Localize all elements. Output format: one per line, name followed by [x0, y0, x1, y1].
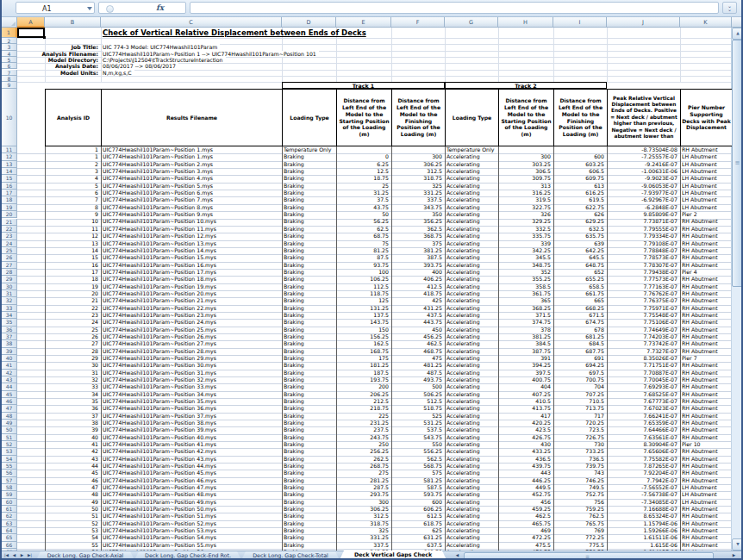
- cell-loading-type-1[interactable]: Braking: [284, 426, 334, 433]
- cell-t2-finish[interactable]: 723.5: [555, 426, 604, 433]
- cell-results-filename[interactable]: UIC774Hwashil101Param~Position 31.mys: [103, 370, 279, 376]
- column-header-C[interactable]: C: [101, 17, 282, 28]
- table-row[interactable]: 48UIC774Hwashil101Param~Position 48.mysB…: [17, 491, 732, 498]
- cell-results-filename[interactable]: UIC774Hwashil101Param~Position 25.mys: [103, 327, 279, 333]
- cell-t1-finish[interactable]: 325: [393, 183, 442, 190]
- cell-t2-finish[interactable]: 694.25: [555, 362, 604, 369]
- cell-results-filename[interactable]: UIC774Hwashil101Param~Position 2.mys: [103, 161, 279, 168]
- row-header-11[interactable]: 11: [2, 146, 17, 153]
- cell-pier[interactable]: Pier 10: [682, 441, 729, 448]
- cell-t2-finish[interactable]: 717: [555, 413, 604, 420]
- cell-t2-start[interactable]: 345.5: [500, 254, 551, 261]
- cell-t1-start[interactable]: 0: [338, 153, 389, 160]
- sheet-tab-3[interactable]: Deck Long. Gap Check-Total: [241, 551, 340, 560]
- cell-peak-value[interactable]: -8.73504E-08: [609, 146, 677, 153]
- table-row[interactable]: 11UIC774Hwashil101Param~Position 11.mysB…: [17, 226, 732, 233]
- row-header-21[interactable]: 21: [2, 219, 17, 226]
- cell-results-filename[interactable]: UIC774Hwashil101Param~Position 13.mys: [103, 240, 279, 247]
- cell-analysis-id[interactable]: 21: [47, 297, 98, 304]
- row-header-61[interactable]: 61: [2, 506, 17, 513]
- cell-t2-start[interactable]: 456: [500, 499, 551, 506]
- cell-pier[interactable]: RH Abutment: [682, 146, 729, 153]
- cell-pier[interactable]: RH Abutment: [682, 376, 729, 383]
- cell-loading-type-2[interactable]: Accelerating: [446, 420, 496, 426]
- cell-t1-finish[interactable]: 593.75: [393, 491, 442, 498]
- table-row[interactable]: 1UIC774Hwashil101Param~Position 1.mysTem…: [17, 146, 732, 153]
- cell-pier[interactable]: RH Abutment: [682, 348, 729, 355]
- table-row[interactable]: 31UIC774Hwashil101Param~Position 31.mysB…: [17, 370, 732, 376]
- cell-loading-type-1[interactable]: Braking: [284, 297, 334, 304]
- cell-loading-type-2[interactable]: Accelerating: [446, 168, 496, 175]
- cell-t2-start[interactable]: 410.5: [500, 398, 551, 405]
- cell-loading-type-2[interactable]: Accelerating: [446, 448, 496, 455]
- cell-t2-start[interactable]: 400.75: [500, 376, 551, 383]
- cell-loading-type-2[interactable]: Accelerating: [446, 542, 496, 549]
- cell-loading-type-1[interactable]: Braking: [284, 240, 334, 247]
- cell-t1-start[interactable]: 75: [338, 240, 389, 247]
- cell-t2-finish[interactable]: 613: [555, 183, 604, 190]
- cell-t1-finish[interactable]: 618.75: [393, 520, 442, 527]
- row-header-41[interactable]: 41: [2, 362, 17, 369]
- cell-t1-finish[interactable]: 475: [393, 355, 442, 362]
- row-header-45[interactable]: 45: [2, 391, 17, 398]
- cell-pier[interactable]: RH Abutment: [682, 312, 729, 319]
- table-row[interactable]: 41UIC774Hwashil101Param~Position 41.mysB…: [17, 441, 732, 448]
- row-header-23[interactable]: 23: [2, 233, 17, 240]
- row-header-7[interactable]: 7: [2, 70, 17, 76]
- cell-t1-start[interactable]: 118.75: [338, 290, 389, 297]
- cell-t2-start[interactable]: 352: [500, 269, 551, 276]
- cell-t1-start[interactable]: 143.75: [338, 319, 389, 326]
- row-header-32[interactable]: 32: [2, 297, 17, 304]
- cell-analysis-id[interactable]: 7: [47, 196, 98, 203]
- row-header-44[interactable]: 44: [2, 383, 17, 390]
- cell-t2-finish[interactable]: 632.5: [555, 226, 604, 233]
- cell-t2-finish[interactable]: 772.25: [555, 534, 604, 541]
- cell-analysis-id[interactable]: 17: [47, 269, 98, 276]
- cell-peak-value[interactable]: 7.69293E-07: [609, 383, 677, 390]
- cell-loading-type-1[interactable]: Braking: [284, 398, 334, 405]
- header-cell-dist-start-track2[interactable]: Distance from Left End of the Model to t…: [498, 89, 554, 146]
- cell-t1-start[interactable]: 331.25: [338, 534, 389, 541]
- cell-peak-value[interactable]: 7.74649E-07: [609, 327, 677, 333]
- cell-t1-finish[interactable]: 531.25: [393, 420, 442, 426]
- table-row[interactable]: 21UIC774Hwashil101Param~Position 21.mysB…: [17, 297, 732, 304]
- row-header-54[interactable]: 54: [2, 456, 17, 463]
- row-header-39[interactable]: 39: [2, 348, 17, 355]
- table-row[interactable]: 18UIC774Hwashil101Param~Position 18.mysB…: [17, 276, 732, 283]
- cell-t1-finish[interactable]: 393.75: [393, 262, 442, 269]
- row-header-46[interactable]: 46: [2, 398, 17, 405]
- table-row[interactable]: 44UIC774Hwashil101Param~Position 44.mysB…: [17, 463, 732, 470]
- cell-t1-finish[interactable]: 631.25: [393, 534, 442, 541]
- cell-t1-start[interactable]: 275: [338, 470, 389, 476]
- cell-t2-finish[interactable]: 645.5: [555, 254, 604, 261]
- cell-loading-type-1[interactable]: Braking: [284, 327, 334, 333]
- cell-peak-value[interactable]: 7.71751E-07: [609, 362, 677, 369]
- cell-t2-finish[interactable]: 668.25: [555, 305, 604, 312]
- header-cell-loading-type-track1[interactable]: Loading Type: [282, 89, 337, 146]
- cell-t2-finish[interactable]: 707.25: [555, 391, 604, 398]
- cell-t1-start[interactable]: 87.5: [338, 254, 389, 261]
- cell-loading-type-1[interactable]: Braking: [284, 484, 334, 491]
- cell-pier[interactable]: RH Abutment: [682, 319, 729, 326]
- cell-analysis-id[interactable]: 22: [47, 305, 98, 312]
- cell-peak-value[interactable]: 7.7327E-07: [609, 348, 677, 355]
- cell-loading-type-1[interactable]: Braking: [284, 491, 334, 498]
- cell-loading-type-2[interactable]: Accelerating: [446, 319, 496, 326]
- cell-peak-value[interactable]: 7.75971E-07: [609, 305, 677, 312]
- cell-loading-type-2[interactable]: Accelerating: [446, 456, 496, 463]
- cell-t2-start[interactable]: 322.75: [500, 204, 551, 211]
- cell-t1-start[interactable]: 31.25: [338, 190, 389, 196]
- cell-loading-type-2[interactable]: Accelerating: [446, 233, 496, 240]
- cell-pier[interactable]: LH Abutment: [682, 499, 729, 506]
- cell-t1-start[interactable]: 56.25: [338, 218, 389, 225]
- cell-t1-start[interactable]: 68.75: [338, 233, 389, 240]
- cell-t2-start[interactable]: 339: [500, 240, 551, 247]
- cell-t1-finish[interactable]: 387.5: [393, 254, 442, 261]
- cell-t2-finish[interactable]: 746.25: [555, 477, 604, 484]
- hscroll-left-button[interactable]: ◀: [453, 552, 461, 558]
- header-cell-analysis-id[interactable]: Analysis ID: [45, 89, 102, 146]
- row-header-60[interactable]: 60: [2, 499, 17, 506]
- table-row[interactable]: 35UIC774Hwashil101Param~Position 35.mysB…: [17, 398, 732, 405]
- cell-t1-finish[interactable]: 406.25: [393, 276, 442, 283]
- cell-peak-value[interactable]: 7.74203E-07: [609, 333, 677, 340]
